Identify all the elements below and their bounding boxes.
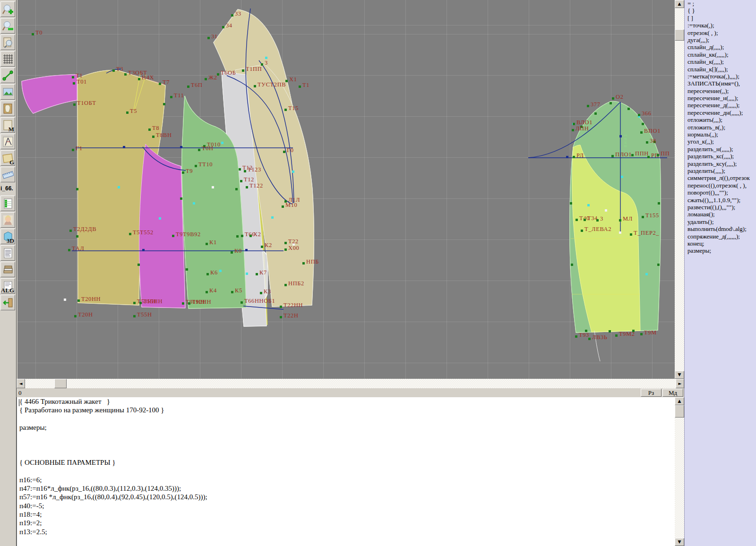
- measure-button[interactable]: [0, 68, 15, 83]
- point-label: 377: [591, 101, 601, 108]
- portrait-button[interactable]: [0, 212, 15, 228]
- green-point-marker: [615, 334, 618, 337]
- command-item[interactable]: :=метка(точка(,),,,,);: [685, 73, 756, 80]
- command-item[interactable]: сплайн_к(,,,,);: [685, 58, 756, 65]
- scroll-left-icon[interactable]: ◄: [17, 379, 25, 388]
- command-item[interactable]: отложить_в(,);: [685, 124, 756, 131]
- green-point-marker: [182, 302, 184, 305]
- command-item[interactable]: сопряжение_д(,,,,,,);: [685, 233, 756, 240]
- module-g-button[interactable]: G: [0, 150, 15, 166]
- scroll-down-icon[interactable]: ▼: [675, 538, 684, 546]
- command-item[interactable]: сплайн_кк(,,,,,);: [685, 51, 756, 58]
- v-scroll-thumb[interactable]: [675, 29, 684, 41]
- point-label: ВПО1: [644, 128, 661, 134]
- command-item[interactable]: разделить_кс(,,,,);: [685, 153, 756, 160]
- command-item[interactable]: пересечение_н(,,,,);: [685, 94, 756, 102]
- command-item[interactable]: { }: [685, 7, 756, 14]
- view-3d-button[interactable]: 3D: [0, 229, 15, 244]
- green-point-marker: [73, 82, 75, 85]
- command-item[interactable]: пересечение_д(,,,,,);: [685, 102, 756, 109]
- command-item[interactable]: удалить();: [685, 218, 756, 225]
- drafting-tools-button[interactable]: [0, 134, 15, 149]
- point-label: Т_ПЕР2_: [634, 230, 659, 236]
- green-point-marker: [260, 292, 262, 294]
- md-button[interactable]: Мд: [662, 389, 683, 397]
- books-button[interactable]: [0, 262, 15, 277]
- command-item[interactable]: отложить(,,,);: [685, 116, 756, 123]
- pattern-piece-button[interactable]: [0, 101, 15, 116]
- program-editor[interactable]: { 4466 Трикотажный жакет }{ Разработано …: [17, 397, 675, 546]
- command-item[interactable]: сплайн_к[](,,,,);: [685, 66, 756, 73]
- green-point-marker: [658, 202, 660, 205]
- zoom-in-button[interactable]: [0, 1, 15, 17]
- editor-scroll-thumb[interactable]: [675, 405, 684, 418]
- pattern-cad-window: MGi_66.3DALG: [0, 0, 756, 546]
- command-item[interactable]: сплайн_д(,,,,);: [685, 43, 756, 51]
- point-label: Т122: [249, 182, 263, 189]
- point-label: Т01: [77, 78, 87, 85]
- zoom-out-button[interactable]: [0, 18, 15, 34]
- text-caret: [19, 399, 19, 406]
- command-item[interactable]: нормаль(,,);: [685, 131, 756, 138]
- point-label: ЛПН: [576, 125, 589, 132]
- command-item[interactable]: :=точка(,);: [685, 22, 756, 29]
- command-item[interactable]: сжать((),,,1.1,0.9,"");: [685, 196, 756, 204]
- point-label: ТУСТ2ПВ: [258, 81, 286, 88]
- point-label: К5: [235, 287, 242, 294]
- exit-button[interactable]: [0, 295, 15, 310]
- pattern-canvas[interactable]: Т0Т1Т01Т3Т3ОБТН4ХТ7Т1ОБТТ5Т8Т8ВНГ1Т11Т6П…: [17, 0, 675, 379]
- ruler-button[interactable]: [0, 167, 15, 182]
- command-item[interactable]: = ;: [685, 0, 756, 7]
- command-item[interactable]: выполнить(dmod\.alg);: [685, 225, 756, 232]
- h-scroll-thumb[interactable]: [54, 379, 67, 388]
- command-item[interactable]: отрезок( , );: [685, 29, 756, 36]
- command-item[interactable]: конец;: [685, 240, 756, 247]
- scroll-down-icon[interactable]: ▼: [675, 371, 684, 379]
- cyan-point-marker: [193, 202, 195, 205]
- point-label: Т1ПП: [246, 66, 262, 72]
- scroll-up-icon[interactable]: ▲: [675, 0, 684, 8]
- command-item[interactable]: пересечение(,,);: [685, 87, 756, 94]
- command-item[interactable]: ЗАПИСАТЬ(имя=(),: [685, 80, 756, 87]
- green-point-marker: [594, 112, 597, 115]
- scroll-up-icon[interactable]: ▲: [675, 397, 684, 405]
- point-label: Т6ОБ: [221, 69, 236, 76]
- size-table-button[interactable]: [0, 196, 15, 211]
- point-label: К6: [210, 269, 218, 276]
- command-item[interactable]: ломаная();: [685, 211, 756, 218]
- command-item[interactable]: дуга(,,,);: [685, 36, 756, 43]
- command-item[interactable]: разделить(,,,,);: [685, 167, 756, 174]
- scroll-right-icon[interactable]: ►: [676, 379, 684, 388]
- module-m-button[interactable]: M: [0, 117, 15, 133]
- image-button[interactable]: [0, 84, 15, 100]
- document-list-button[interactable]: [0, 245, 15, 261]
- navy-point-marker: [180, 146, 182, 148]
- command-item[interactable]: развести((),(),,,"");: [685, 204, 756, 211]
- green-point-marker: [32, 33, 34, 35]
- command-item[interactable]: разделить_н(,,,,,);: [685, 145, 756, 153]
- preview-button[interactable]: [0, 34, 15, 50]
- editor-scrollbar[interactable]: ▲ ▼: [675, 397, 684, 546]
- command-item[interactable]: [ ]: [685, 15, 756, 22]
- green-point-marker: [172, 235, 174, 237]
- point-label: Т_ЛЕВА2: [584, 226, 611, 232]
- navy-point-marker: [619, 135, 622, 137]
- canvas-horizontal-scrollbar[interactable]: ◄ ►: [17, 379, 684, 388]
- canvas-vertical-scrollbar[interactable]: ▲ ▼: [675, 0, 684, 379]
- algorithm-doc-button[interactable]: ALG: [0, 278, 15, 294]
- command-item[interactable]: угол_к(,,);: [685, 138, 756, 145]
- editor-line: [17, 415, 675, 423]
- command-item[interactable]: пересечение_дн(,,,,,);: [685, 109, 756, 116]
- cyan-point-marker: [219, 270, 222, 272]
- green-point-marker: [284, 284, 287, 286]
- command-item[interactable]: поворот((),,,"");: [685, 189, 756, 196]
- green-point-marker: [642, 216, 644, 218]
- command-item[interactable]: симметрия_л((),отрезок: [685, 174, 756, 181]
- command-item[interactable]: разделить_ксу(,,,,);: [685, 160, 756, 167]
- pattern-drawing: Т0Т1Т01Т3Т3ОБТН4ХТ7Т1ОБТТ5Т8Т8ВНГ1Т11Т6П…: [17, 0, 675, 379]
- white-point-marker: [619, 231, 621, 234]
- command-item[interactable]: размеры;: [685, 247, 756, 254]
- rz-button[interactable]: Рз: [641, 389, 662, 397]
- command-item[interactable]: перенос((),отрезок( , ),: [685, 182, 756, 189]
- grid-button[interactable]: [0, 51, 15, 67]
